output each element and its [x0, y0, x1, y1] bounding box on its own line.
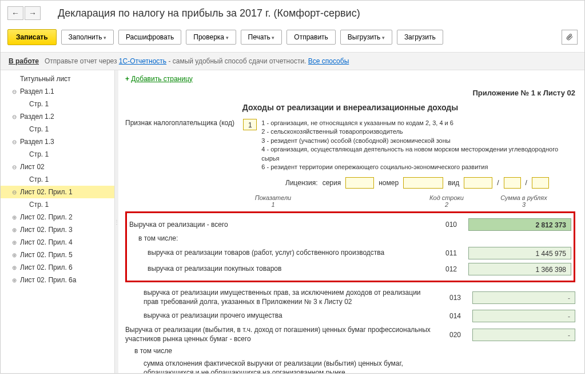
row-code: 014 [438, 312, 472, 320]
license-sub2-input[interactable] [532, 177, 549, 189]
table-header: Показатели1 Код строки2 Сумма в рублях3 [125, 194, 575, 208]
link-1c[interactable]: 1С-Отчетность [119, 57, 166, 65]
taxpayer-label: Признак налогоплательщика (код) [125, 119, 238, 127]
row-label: сумма отклонения фактической выручки от … [125, 359, 438, 373]
value-input[interactable] [472, 329, 575, 341]
license-sub1-input[interactable] [504, 177, 521, 189]
row-label: Выручка от реализации - всего [129, 221, 434, 230]
tree-item-label: Раздел 1.2 [20, 113, 54, 121]
expand-icon[interactable]: ⊕ [12, 277, 19, 283]
tree-item[interactable]: Стр. 1 [1, 123, 114, 135]
tree-item-label: Лист 02. Прил. 3 [20, 226, 73, 234]
tree-item[interactable]: ⊖Лист 02 [1, 161, 114, 173]
tree-item[interactable]: ⊖Раздел 1.3 [1, 135, 114, 148]
tree-item[interactable]: ⊖Лист 02. Прил. 1 [1, 186, 114, 198]
row-label: выручка от реализации прочего имущества [125, 311, 438, 321]
tree-item[interactable]: ⊖Раздел 1.2 [1, 110, 114, 123]
expand-icon[interactable]: ⊕ [12, 252, 19, 258]
tree-item[interactable]: Стр. 1 [1, 98, 114, 110]
taxpayer-code-input[interactable]: 1 [243, 119, 257, 130]
expand-icon[interactable]: ⊕ [12, 227, 19, 233]
highlighted-rows: Выручка от реализации - всего0102 812 37… [125, 211, 575, 282]
row-label: в том числе: [129, 234, 434, 243]
status-active[interactable]: В работе [9, 57, 39, 65]
nav-buttons: ← → [7, 6, 41, 20]
tree-item[interactable]: ⊖Раздел 1.1 [1, 85, 114, 98]
forward-button[interactable]: → [25, 6, 41, 20]
print-button[interactable]: Печать [241, 30, 282, 45]
license-seria-input[interactable] [345, 177, 374, 189]
plus-icon: + [125, 75, 129, 83]
table-row: выручка от реализации прочего имущества0… [125, 308, 575, 324]
export-button[interactable]: Выгрузить [340, 30, 392, 45]
license-nomer-input[interactable] [403, 177, 443, 189]
tree-item-label: Лист 02. Прил. 1 [20, 188, 73, 196]
row-code: 010 [434, 221, 468, 229]
attach-icon[interactable] [562, 30, 578, 45]
table-row: выручка от реализации имущественных прав… [125, 287, 575, 308]
tree-item[interactable]: Стр. 1 [1, 173, 114, 186]
row-label: в том числе [125, 347, 438, 356]
tree-item-label: Стр. 1 [29, 125, 49, 133]
value-input[interactable] [472, 310, 575, 322]
import-button[interactable]: Загрузить [397, 30, 443, 45]
expand-icon[interactable]: ⊕ [12, 265, 19, 271]
collapse-icon[interactable]: ⊖ [12, 89, 19, 95]
tree-item-label: Лист 02. Прил. 6а [20, 276, 76, 284]
back-button[interactable]: ← [7, 6, 23, 20]
table-row: в том числе: [129, 233, 571, 245]
fill-button[interactable]: Заполнить [61, 30, 114, 45]
toolbar: Записать Заполнить Расшифровать Проверка… [1, 26, 584, 52]
check-button[interactable]: Проверка [186, 30, 236, 45]
tree-item-label: Лист 02. Прил. 6 [20, 263, 73, 271]
tree-item-label: Лист 02. Прил. 2 [20, 213, 73, 221]
taxpayer-row: Признак налогоплательщика (код) 1 1 - ор… [125, 119, 575, 171]
add-page-link[interactable]: + Добавить страницу [125, 75, 575, 83]
tree-item[interactable]: ⊕Лист 02. Прил. 4 [1, 236, 114, 249]
value-input[interactable]: 2 812 373 [468, 218, 571, 231]
expand-icon[interactable]: ⊕ [12, 214, 19, 221]
tree-item[interactable]: Титульный лист [1, 73, 114, 85]
send-button[interactable]: Отправить [286, 30, 336, 45]
value-input[interactable]: 1 445 975 [468, 247, 571, 259]
collapse-icon[interactable]: ⊖ [12, 189, 19, 195]
row-label: выручка от реализации покупных товаров [129, 265, 434, 274]
table-row: Выручка от реализации (выбытия, в т.ч. д… [125, 324, 575, 345]
tree-item[interactable]: ⊕Лист 02. Прил. 6 [1, 261, 114, 274]
collapse-icon[interactable]: ⊖ [12, 114, 19, 120]
tree-item-label: Раздел 1.1 [20, 87, 54, 95]
row-code: 011 [434, 249, 468, 257]
tree-item[interactable]: ⊕Лист 02. Прил. 6а [1, 274, 114, 286]
value-input[interactable]: 1 366 398 [468, 263, 571, 275]
code-description: 1 - организация, не относящаяся к указан… [261, 119, 575, 171]
link-all-methods[interactable]: Все способы [308, 57, 349, 65]
explain-button[interactable]: Расшифровать [118, 30, 181, 45]
save-button[interactable]: Записать [7, 29, 57, 45]
tree-item-label: Лист 02. Прил. 4 [20, 238, 73, 246]
header: ← → Декларация по налогу на прибыль за 2… [1, 1, 584, 26]
license-nomer-label: номер [379, 179, 399, 187]
value-input[interactable] [472, 291, 575, 304]
section-title: Доходы от реализации и внереализационные… [125, 103, 575, 112]
tree-item-label: Лист 02 [20, 163, 45, 171]
table-row: выручка от реализации товаров (работ, ус… [129, 245, 571, 261]
collapse-icon[interactable]: ⊖ [12, 139, 19, 145]
tree-item-label: Титульный лист [20, 75, 71, 83]
sidebar: Титульный лист⊖Раздел 1.1Стр. 1⊖Раздел 1… [1, 70, 115, 373]
tree-item[interactable]: ⊕Лист 02. Прил. 5 [1, 249, 114, 261]
tree-item[interactable]: Стр. 1 [1, 198, 114, 211]
row-label: Выручка от реализации (выбытия, в т.ч. д… [125, 326, 438, 343]
license-seria-label: серия [323, 179, 341, 187]
license-vid-input[interactable] [464, 177, 492, 189]
tree-item[interactable]: Стр. 1 [1, 148, 114, 161]
row-label: выручка от реализации имущественных прав… [125, 289, 438, 306]
content: + Добавить страницу Приложение № 1 к Лис… [118, 70, 584, 373]
tree-item[interactable]: ⊕Лист 02. Прил. 3 [1, 223, 114, 236]
tree-item[interactable]: ⊕Лист 02. Прил. 2 [1, 211, 114, 223]
collapse-icon[interactable]: ⊖ [12, 164, 19, 170]
row-label: выручка от реализации товаров (работ, ус… [129, 249, 434, 258]
body: Титульный лист⊖Раздел 1.1Стр. 1⊖Раздел 1… [1, 70, 584, 373]
row-code: 012 [434, 265, 468, 273]
license-vid-label: вид [448, 179, 459, 187]
expand-icon[interactable]: ⊕ [12, 239, 19, 246]
